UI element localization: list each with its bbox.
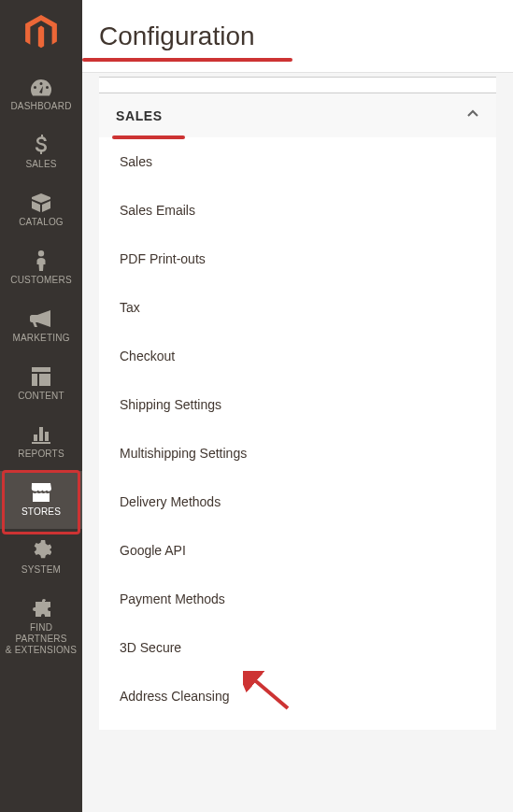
item-sales[interactable]: Sales [99,137,496,186]
chevron-up-icon [466,107,479,124]
section-header-sales[interactable]: SALES [99,93,496,137]
config-panel: CUSTOMERS SALES Sales Sales Emails PDF P… [99,77,496,730]
nav-label: STORES [21,506,61,518]
nav-label: SALES [25,159,56,170]
nav-stores[interactable]: STORES [0,471,82,529]
main-content: Configuration CUSTOMERS SALES Sales Sale… [82,0,513,812]
nav-marketing[interactable]: MARKETING [0,297,82,355]
dollar-icon [30,135,52,155]
prev-section-strip: CUSTOMERS [99,78,496,93]
chart-icon [30,424,52,445]
item-shipping-settings[interactable]: Shipping Settings [99,380,496,429]
nav-label: REPORTS [18,449,64,460]
storefront-icon [30,482,52,503]
nav-label: MARKETING [12,333,69,344]
page-header: Configuration [82,0,513,73]
item-pdf-printouts[interactable]: PDF Print-outs [99,235,496,283]
item-sales-emails[interactable]: Sales Emails [99,186,496,235]
nav-dashboard[interactable]: DASHBOARD [0,65,82,123]
item-delivery-methods[interactable]: Delivery Methods [99,477,496,526]
nav-system[interactable]: SYSTEM [0,529,82,587]
item-payment-methods[interactable]: Payment Methods [99,575,496,623]
nav-label: CUSTOMERS [10,275,72,286]
section-title: SALES [116,108,163,123]
nav-label: CONTENT [18,391,64,402]
item-multishipping[interactable]: Multishipping Settings [99,429,496,477]
nav-partners[interactable]: FIND PARTNERS & EXTENSIONS [0,587,82,667]
item-address-cleansing[interactable]: Address Cleansing [99,672,496,720]
configuration-underline [82,58,292,62]
megaphone-icon [30,308,52,329]
item-3d-secure[interactable]: 3D Secure [99,623,496,672]
layout-icon [30,366,52,387]
item-checkout[interactable]: Checkout [99,332,496,380]
nav-customers[interactable]: CUSTOMERS [0,239,82,297]
nav-sales[interactable]: SALES [0,123,82,181]
box-icon [30,192,52,213]
nav-label: CATALOG [19,217,64,228]
prev-section-title: CUSTOMERS [116,78,204,79]
gauge-icon [30,77,52,97]
puzzle-icon [30,598,52,619]
page-title: Configuration [99,21,255,51]
gear-icon [30,540,52,561]
nav-content[interactable]: CONTENT [0,355,82,413]
section-items: Sales Sales Emails PDF Print-outs Tax Ch… [99,137,496,730]
item-google-api[interactable]: Google API [99,526,496,575]
admin-sidebar: DASHBOARD SALES CATALOG CUSTOMERS MARKET… [0,0,82,812]
nav-reports[interactable]: REPORTS [0,413,82,471]
person-icon [30,250,52,271]
nav-label: DASHBOARD [10,101,71,112]
item-tax[interactable]: Tax [99,283,496,332]
nav-label: SYSTEM [21,564,61,576]
sales-underline [112,135,185,139]
magento-logo[interactable] [0,0,82,65]
nav-catalog[interactable]: CATALOG [0,181,82,239]
nav-label: FIND PARTNERS & EXTENSIONS [4,622,78,656]
